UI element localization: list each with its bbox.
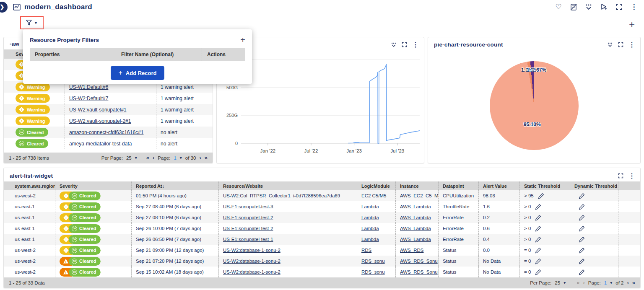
per-page-caret[interactable]: ▾ bbox=[135, 155, 137, 160]
logicmodule-link[interactable]: Lambda bbox=[361, 204, 379, 209]
filter-button[interactable]: ▾ bbox=[24, 18, 39, 27]
widget-kebab-icon[interactable]: ⋮ bbox=[628, 41, 635, 49]
page-label: Page: bbox=[588, 280, 601, 285]
sort-descending-icon[interactable]: ↓ bbox=[162, 184, 165, 189]
expand-down-icon[interactable] bbox=[584, 3, 593, 11]
report-disabled-icon[interactable] bbox=[569, 3, 578, 11]
add-widget-button[interactable]: + bbox=[629, 21, 635, 29]
column-header-dynamic-threshold[interactable]: Dynamic Threshold bbox=[570, 181, 618, 190]
instance-link[interactable]: AWS_RDS_Sonu bbox=[400, 259, 438, 264]
instance-link[interactable]: AWS_EC2_C5_M5 bbox=[400, 193, 438, 198]
logicmodule-link[interactable]: Lambda bbox=[361, 226, 379, 231]
datapoint-cell: Status bbox=[438, 267, 478, 277]
edit-pencil-icon[interactable] bbox=[579, 258, 585, 264]
current-page[interactable]: 1 bbox=[604, 280, 607, 285]
edit-pencil-icon[interactable] bbox=[579, 236, 585, 243]
edit-pencil-icon[interactable] bbox=[579, 269, 585, 275]
static-threshold-cell: > 0 bbox=[519, 223, 570, 234]
resource-link[interactable]: amazon-connect-cfdf63c1616c#1 bbox=[69, 129, 143, 135]
error-triangle-icon: ! bbox=[63, 270, 68, 274]
fullscreen-icon[interactable] bbox=[615, 3, 623, 11]
last-page-button[interactable]: » bbox=[205, 155, 208, 161]
widget-kebab-icon[interactable]: ⋮ bbox=[628, 172, 635, 180]
instance-link[interactable]: AWS_RDS_Sonu bbox=[400, 269, 438, 274]
logicmodule-link[interactable]: EC2 C5/M5 bbox=[361, 193, 386, 198]
instance-link[interactable]: AWS_Lambda bbox=[400, 237, 431, 242]
page-caret[interactable]: ▾ bbox=[180, 155, 182, 160]
filter-panel-add-icon[interactable]: + bbox=[240, 35, 245, 45]
logicmodule-link[interactable]: RDS_sonu bbox=[361, 259, 385, 264]
column-header-reported-at[interactable]: Reported At ↓ bbox=[131, 181, 218, 190]
page-caret[interactable]: ▾ bbox=[610, 280, 612, 285]
resource-link[interactable]: US-E1:sonupatel-test-1 bbox=[223, 237, 273, 242]
logicmodule-link[interactable]: RDS bbox=[361, 248, 371, 253]
column-header-instance[interactable]: Instance bbox=[395, 181, 438, 190]
nav-expand-icon[interactable]: ❯ bbox=[0, 2, 8, 13]
resource-link[interactable]: ameya-mediatailor-test-data bbox=[69, 141, 132, 147]
resource-link[interactable]: US-W2:Col_RTPSR_Collector1_i-0d7f288596e… bbox=[223, 193, 340, 198]
resource-link[interactable]: US-W2:database-1-sonu-2 bbox=[223, 259, 280, 264]
column-header-logicmodule[interactable]: LogicModule bbox=[357, 181, 395, 190]
column-header-resource-website[interactable]: Resource/Website bbox=[218, 181, 357, 190]
resource-link[interactable]: US-W1:Default#6 bbox=[69, 84, 108, 90]
resource-link[interactable]: US-E1:sonupatel-test-3 bbox=[223, 204, 273, 209]
edit-pencil-icon[interactable] bbox=[535, 225, 541, 232]
prev-page-button[interactable]: ‹ bbox=[153, 155, 154, 161]
resource-link[interactable]: US-W2:vault-sonupatel#1 bbox=[69, 107, 127, 113]
last-page-button[interactable]: » bbox=[632, 280, 635, 286]
logicmodule-link[interactable]: Lambda bbox=[361, 237, 379, 242]
prev-page-button[interactable]: ‹ bbox=[583, 280, 584, 286]
edit-pencil-icon[interactable] bbox=[538, 193, 544, 199]
column-header-static-threshold[interactable]: Static Threshold bbox=[519, 181, 570, 190]
edit-pencil-icon[interactable] bbox=[535, 204, 541, 210]
edit-pencil-icon[interactable] bbox=[535, 269, 541, 275]
edit-pencil-icon[interactable] bbox=[579, 215, 585, 221]
logicmodule-link[interactable]: RDS_sonu bbox=[361, 269, 385, 274]
instance-link[interactable]: AWS_RDS bbox=[400, 248, 423, 253]
kebab-menu-icon[interactable]: ⋮ bbox=[630, 3, 638, 11]
alert-value-cell: 0.6 bbox=[478, 223, 519, 234]
severity-label: Warning bbox=[27, 119, 45, 124]
edit-pencil-icon[interactable] bbox=[535, 215, 541, 221]
edit-pencil-icon[interactable] bbox=[579, 193, 585, 199]
resource-link[interactable]: US-W2:database-1-sonu-2 bbox=[223, 248, 280, 253]
instance-link[interactable]: AWS_Lambda bbox=[400, 226, 431, 231]
widget-fullscreen-icon[interactable] bbox=[618, 42, 623, 47]
play-add-icon[interactable] bbox=[600, 3, 608, 11]
resource-link[interactable]: US-W2:vault-sonupatel-2#1 bbox=[69, 118, 131, 124]
edit-pencil-icon[interactable] bbox=[579, 225, 585, 232]
edit-pencil-icon[interactable] bbox=[579, 247, 585, 254]
column-header-severity[interactable]: Severity bbox=[55, 181, 131, 190]
first-page-button[interactable]: « bbox=[146, 155, 149, 161]
widget-expand-down-icon[interactable] bbox=[607, 42, 613, 48]
edit-pencil-icon[interactable] bbox=[535, 247, 541, 254]
first-page-button[interactable]: « bbox=[576, 280, 579, 286]
column-header-datapoint[interactable]: Datapoint bbox=[438, 181, 478, 190]
current-page[interactable]: 1 bbox=[174, 155, 176, 161]
pie-chart[interactable] bbox=[490, 61, 579, 150]
edit-pencil-icon[interactable] bbox=[579, 204, 585, 210]
resource-link[interactable]: US-E1:sonupatel-test-2 bbox=[223, 226, 273, 231]
instance-link[interactable]: AWS_Lambda bbox=[400, 215, 431, 220]
column-header-alert-value[interactable]: Alert Value bbox=[478, 181, 519, 190]
resource-link[interactable]: US-W2:Default#7 bbox=[69, 96, 108, 101]
resource-link[interactable]: US-E1:sonupatel-test-2 bbox=[223, 215, 273, 220]
favorite-heart-icon[interactable]: ♡ bbox=[554, 3, 563, 11]
per-page-caret[interactable]: ▾ bbox=[564, 280, 566, 285]
edit-pencil-icon[interactable] bbox=[535, 258, 541, 264]
per-page-value[interactable]: 25 bbox=[555, 280, 560, 285]
edit-pencil-icon[interactable] bbox=[535, 236, 541, 243]
next-page-button[interactable]: › bbox=[627, 280, 628, 286]
add-record-button[interactable]: + Add Record bbox=[111, 66, 164, 80]
severity-cell: !Warning bbox=[4, 94, 65, 103]
next-page-button[interactable]: › bbox=[199, 155, 201, 161]
resource-link[interactable]: US-W2:database-1-sonu-2 bbox=[223, 269, 280, 274]
logicmodule-link[interactable]: Lambda bbox=[361, 215, 379, 220]
widget-expand-down-icon[interactable] bbox=[391, 42, 397, 48]
widget-fullscreen-icon[interactable] bbox=[618, 173, 623, 179]
per-page-value[interactable]: 25 bbox=[126, 155, 132, 161]
instance-link[interactable]: AWS_Lambda bbox=[400, 204, 431, 209]
column-header-system-aws-region[interactable]: system.aws.region bbox=[4, 181, 55, 190]
widget-fullscreen-icon[interactable] bbox=[402, 42, 407, 47]
widget-kebab-icon[interactable]: ⋮ bbox=[412, 41, 419, 49]
